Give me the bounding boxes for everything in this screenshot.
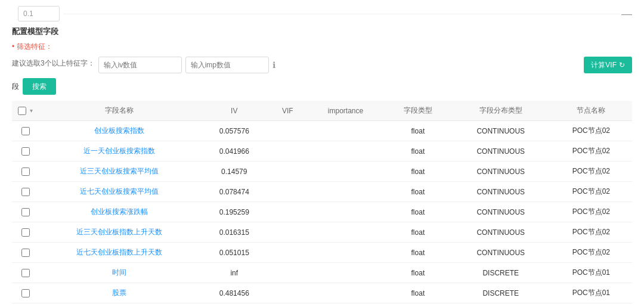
row-checkbox[interactable] [21,228,30,237]
row-field-type: float [385,222,451,243]
row-checkbox-cell [12,182,39,202]
table-row: 时间 inf float DISCRETE POC节点01 [12,263,632,283]
row-field-type: float [385,243,451,263]
th-field-type: 字段类型 [385,101,451,121]
row-field-dist-type: CONTINUOUS [451,182,550,202]
row-iv: inf [200,263,268,283]
th-vif: VIF [268,101,306,121]
row-field-dist-type: CONTINUOUS [451,303,550,308]
row-importance [306,182,385,202]
row-field-dist-type: CONTINUOUS [451,243,550,263]
calc-vif-label: 计算VIF [591,60,617,70]
panel-collapse-icon[interactable]: — [620,8,632,20]
row-checkbox-cell [12,141,39,162]
row-vif [268,202,306,222]
search-button[interactable]: 搜索 [23,78,56,95]
th-checkbox: ▾ [12,101,39,121]
row-field-name[interactable]: 时间 [39,263,200,283]
row-vif [268,222,306,243]
row-node-name: POC节点02 [550,182,632,202]
row-vif [268,263,306,283]
select-all-checkbox[interactable] [18,107,26,115]
table-wrapper: ▾ 字段名称 IV VIF importance 字段类型 字段分布类型 节点名… [12,101,632,307]
row-iv: 0.14579 [200,162,268,182]
row-field-name[interactable]: 近三天创业板指数上升天数 [39,222,200,243]
row-importance [306,162,385,182]
table-row: 近七天创业板搜索平均值 0.078474 float CONTINUOUS PO… [12,182,632,202]
row-field-type: float [385,162,451,182]
row-field-type: float [385,182,451,202]
row-field-type: float [385,283,451,303]
recommend-label: 建议选取3个以上特征字： [12,58,95,69]
row-field-name[interactable]: 创业板搜索指数 [39,121,200,141]
row-checkbox-cell [12,243,39,263]
row-checkbox-cell [12,263,39,283]
table-row: 股票 0.481456 float DISCRETE POC节点01 [12,283,632,303]
row-importance [306,121,385,141]
row-node-name: POC节点01 [550,303,632,308]
table-row: 标准化 0.086032 float CONTINUOUS POC节点01 [12,303,632,308]
row-field-dist-type: CONTINUOUS [451,202,550,222]
row-field-name[interactable]: 近一天创业板搜索指数 [39,141,200,162]
row-iv: 0.078474 [200,182,268,202]
row-checkbox[interactable] [21,249,30,257]
row-node-name: POC节点02 [550,121,632,141]
iv-input[interactable] [98,57,182,73]
row-checkbox[interactable] [21,289,30,297]
filter-row: • 筛选特征： [12,42,632,52]
row-checkbox[interactable] [21,269,30,277]
row-field-name[interactable]: 创业板搜索涨跌幅 [39,202,200,222]
row-checkbox[interactable] [21,188,30,196]
row-importance [306,222,385,243]
row-iv: 0.051015 [200,243,268,263]
sort-icon: ▾ [30,107,33,114]
row-field-dist-type: CONTINUOUS [451,162,550,182]
imp-input[interactable] [185,57,269,73]
row-field-name[interactable]: 近三天创业板搜索平均值 [39,162,200,182]
row-field-type: float [385,141,451,162]
row-iv: 0.086032 [200,303,268,308]
row-field-name[interactable]: 标准化 [39,303,200,308]
th-importance: importance [306,101,385,121]
row-iv: 0.195259 [200,202,268,222]
row-node-name: POC节点01 [550,283,632,303]
row-checkbox[interactable] [21,168,30,176]
row-importance [306,141,385,162]
row-checkbox[interactable] [21,147,30,156]
row-field-dist-type: CONTINUOUS [451,222,550,243]
row-checkbox-cell [12,162,39,182]
row-vif [268,121,306,141]
row-field-dist-type: CONTINUOUS [451,121,550,141]
row-field-name[interactable]: 股票 [39,283,200,303]
info-icon[interactable]: ℹ [273,60,275,70]
row-field-type: float [385,263,451,283]
filter-label: • 筛选特征： [12,42,52,52]
row-importance [306,243,385,263]
row-vif [268,283,306,303]
row-vif [268,182,306,202]
row-vif [268,162,306,182]
row-checkbox[interactable] [21,208,30,216]
row-node-name: POC节点01 [550,263,632,283]
row-field-name[interactable]: 近七天创业板指数上升天数 [39,243,200,263]
row-checkbox-cell [12,202,39,222]
table-row: 创业板搜索涨跌幅 0.195259 float CONTINUOUS POC节点… [12,202,632,222]
th-field-name: 字段名称 [39,101,200,121]
filter-input-row: 建议选取3个以上特征字： ℹ 计算VIF ↻ [12,57,632,73]
row-checkbox-cell [12,121,39,141]
row-checkbox-cell [12,283,39,303]
table-row: 近三天创业板搜索平均值 0.14579 float CONTINUOUS POC… [12,162,632,182]
row-node-name: POC节点02 [550,141,632,162]
row-checkbox[interactable] [21,127,30,135]
row-field-type: float [385,303,451,308]
row-node-name: POC节点02 [550,222,632,243]
top-value-input[interactable] [18,6,60,21]
row-field-type: float [385,202,451,222]
row-vif [268,243,306,263]
row-field-name[interactable]: 近七天创业板搜索平均值 [39,182,200,202]
th-iv: IV [200,101,268,121]
row-field-dist-type: DISCRETE [451,263,550,283]
calc-vif-button[interactable]: 计算VIF ↻ [584,57,632,73]
table-row: 近七天创业板指数上升天数 0.051015 float CONTINUOUS P… [12,243,632,263]
row-iv: 0.016315 [200,222,268,243]
